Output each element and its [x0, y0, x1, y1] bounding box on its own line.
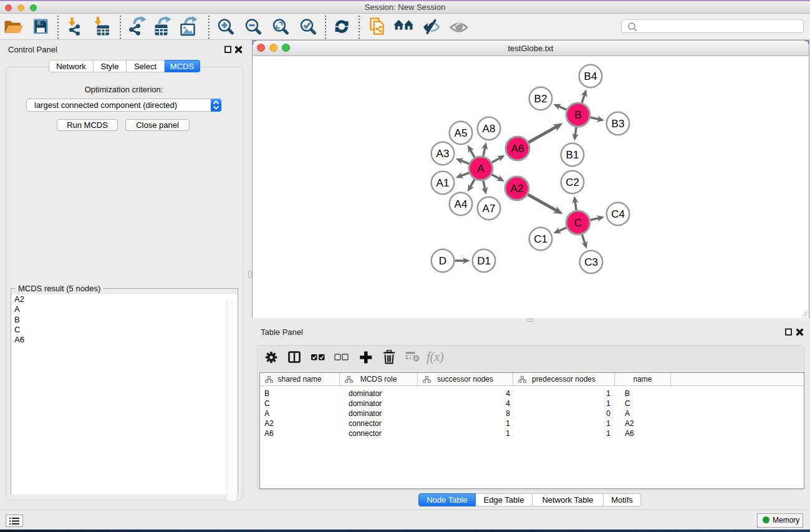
svg-text:A6: A6: [511, 143, 524, 155]
svg-text:B4: B4: [584, 70, 597, 82]
svg-text:B1: B1: [566, 149, 579, 161]
svg-text:C3: C3: [584, 256, 598, 268]
svg-text:B: B: [574, 109, 581, 121]
svg-text:C2: C2: [566, 177, 579, 188]
svg-text:C1: C1: [534, 233, 547, 245]
svg-text:B2: B2: [534, 93, 547, 105]
svg-text:A1: A1: [436, 177, 450, 189]
svg-text:D1: D1: [477, 255, 491, 267]
svg-text:A8: A8: [483, 123, 496, 135]
svg-text:A2: A2: [511, 183, 524, 195]
svg-text:B3: B3: [612, 118, 625, 130]
svg-text:A4: A4: [455, 198, 468, 210]
svg-text:A5: A5: [455, 127, 468, 139]
svg-text:A: A: [477, 163, 485, 175]
svg-text:A3: A3: [436, 148, 450, 160]
svg-text:C4: C4: [611, 208, 625, 220]
svg-text:A7: A7: [483, 203, 496, 215]
svg-text:D: D: [439, 255, 446, 267]
svg-text:C: C: [574, 217, 582, 229]
